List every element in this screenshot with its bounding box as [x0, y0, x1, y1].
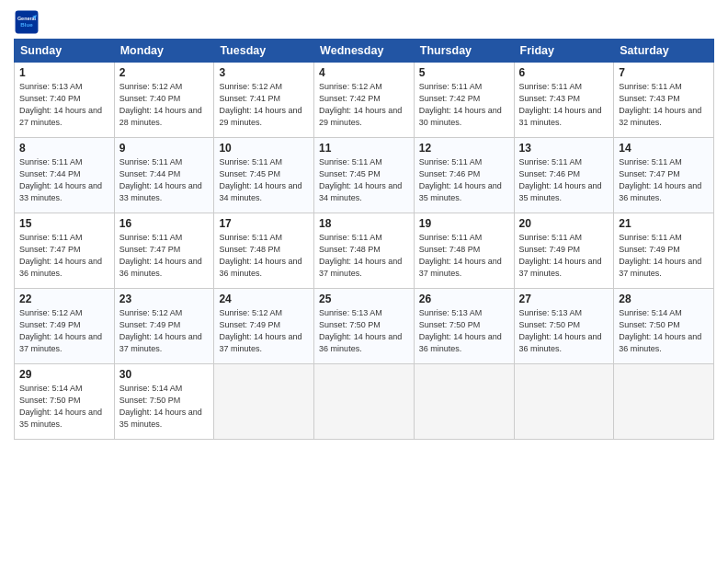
day-info: Sunrise: 5:13 AMSunset: 7:50 PMDaylight:… [519, 308, 602, 353]
day-number: 9 [119, 142, 210, 155]
day-cell: 20 Sunrise: 5:11 AMSunset: 7:49 PMDaylig… [514, 213, 614, 289]
day-number: 25 [319, 293, 409, 305]
day-number: 15 [19, 217, 109, 230]
day-info: Sunrise: 5:11 AMSunset: 7:47 PMDaylight:… [119, 233, 202, 278]
day-info: Sunrise: 5:14 AMSunset: 7:50 PMDaylight:… [619, 308, 701, 353]
day-cell: 11 Sunrise: 5:11 AMSunset: 7:45 PMDaylig… [314, 138, 415, 213]
col-header-tuesday: Tuesday [214, 40, 314, 63]
day-cell: 17 Sunrise: 5:11 AMSunset: 7:48 PMDaylig… [214, 213, 314, 289]
day-number: 23 [119, 293, 210, 305]
day-cell: 10 Sunrise: 5:11 AMSunset: 7:45 PMDaylig… [214, 138, 314, 213]
day-cell [614, 364, 714, 440]
day-cell: 29 Sunrise: 5:14 AMSunset: 7:50 PMDaylig… [15, 364, 115, 440]
day-number: 17 [219, 217, 309, 230]
day-number: 19 [419, 217, 509, 230]
day-number: 28 [619, 293, 709, 305]
day-info: Sunrise: 5:11 AMSunset: 7:45 PMDaylight:… [219, 157, 301, 202]
day-info: Sunrise: 5:12 AMSunset: 7:49 PMDaylight:… [19, 308, 102, 353]
day-cell: 3 Sunrise: 5:12 AMSunset: 7:41 PMDayligh… [214, 63, 314, 138]
day-number: 24 [219, 293, 309, 305]
header-row: SundayMondayTuesdayWednesdayThursdayFrid… [15, 40, 714, 63]
day-cell: 30 Sunrise: 5:14 AMSunset: 7:50 PMDaylig… [114, 364, 214, 440]
day-info: Sunrise: 5:11 AMSunset: 7:48 PMDaylight:… [219, 233, 301, 278]
day-number: 13 [519, 142, 609, 155]
day-cell [214, 364, 314, 440]
calendar: SundayMondayTuesdayWednesdayThursdayFrid… [14, 39, 714, 440]
day-cell: 9 Sunrise: 5:11 AMSunset: 7:44 PMDayligh… [114, 138, 214, 213]
day-info: Sunrise: 5:11 AMSunset: 7:42 PMDaylight:… [419, 82, 502, 127]
day-number: 29 [19, 368, 109, 381]
day-info: Sunrise: 5:11 AMSunset: 7:49 PMDaylight:… [619, 233, 701, 278]
day-info: Sunrise: 5:11 AMSunset: 7:44 PMDaylight:… [119, 157, 202, 202]
day-number: 6 [519, 66, 609, 79]
col-header-friday: Friday [514, 40, 614, 63]
day-info: Sunrise: 5:13 AMSunset: 7:50 PMDaylight:… [319, 308, 402, 353]
day-cell: 24 Sunrise: 5:12 AMSunset: 7:49 PMDaylig… [214, 289, 314, 364]
day-cell: 5 Sunrise: 5:11 AMSunset: 7:42 PMDayligh… [414, 63, 514, 138]
day-cell: 2 Sunrise: 5:12 AMSunset: 7:40 PMDayligh… [114, 63, 214, 138]
day-cell: 14 Sunrise: 5:11 AMSunset: 7:47 PMDaylig… [614, 138, 714, 213]
day-number: 8 [19, 142, 109, 155]
day-number: 22 [19, 293, 109, 305]
day-info: Sunrise: 5:11 AMSunset: 7:45 PMDaylight:… [319, 157, 402, 202]
day-number: 26 [419, 293, 509, 305]
day-info: Sunrise: 5:12 AMSunset: 7:41 PMDaylight:… [219, 82, 301, 127]
day-number: 7 [619, 66, 709, 79]
day-number: 3 [219, 66, 309, 79]
day-number: 1 [19, 66, 109, 79]
day-number: 11 [319, 142, 409, 155]
day-number: 27 [519, 293, 609, 305]
day-number: 18 [319, 217, 409, 230]
day-info: Sunrise: 5:11 AMSunset: 7:46 PMDaylight:… [419, 157, 502, 202]
day-number: 16 [119, 217, 210, 230]
day-cell [314, 364, 415, 440]
day-info: Sunrise: 5:12 AMSunset: 7:49 PMDaylight:… [119, 308, 202, 353]
day-cell: 4 Sunrise: 5:12 AMSunset: 7:42 PMDayligh… [314, 63, 415, 138]
week-row-1: 1 Sunrise: 5:13 AMSunset: 7:40 PMDayligh… [15, 63, 714, 138]
day-cell: 27 Sunrise: 5:13 AMSunset: 7:50 PMDaylig… [514, 289, 614, 364]
day-cell: 7 Sunrise: 5:11 AMSunset: 7:43 PMDayligh… [614, 63, 714, 138]
day-cell: 21 Sunrise: 5:11 AMSunset: 7:49 PMDaylig… [614, 213, 714, 289]
col-header-wednesday: Wednesday [314, 40, 415, 63]
col-header-monday: Monday [114, 40, 214, 63]
day-cell: 25 Sunrise: 5:13 AMSunset: 7:50 PMDaylig… [314, 289, 415, 364]
week-row-2: 8 Sunrise: 5:11 AMSunset: 7:44 PMDayligh… [15, 138, 714, 213]
day-info: Sunrise: 5:11 AMSunset: 7:47 PMDaylight:… [619, 157, 701, 202]
day-number: 5 [419, 66, 509, 79]
day-cell: 18 Sunrise: 5:11 AMSunset: 7:48 PMDaylig… [314, 213, 415, 289]
day-cell: 12 Sunrise: 5:11 AMSunset: 7:46 PMDaylig… [414, 138, 514, 213]
day-info: Sunrise: 5:11 AMSunset: 7:49 PMDaylight:… [519, 233, 602, 278]
day-number: 2 [119, 66, 210, 79]
day-cell [514, 364, 614, 440]
day-info: Sunrise: 5:11 AMSunset: 7:43 PMDaylight:… [519, 82, 602, 127]
page: General Blue SundayMondayTuesdayWednesda… [0, 0, 728, 563]
day-cell: 28 Sunrise: 5:14 AMSunset: 7:50 PMDaylig… [614, 289, 714, 364]
day-info: Sunrise: 5:12 AMSunset: 7:42 PMDaylight:… [319, 82, 402, 127]
day-info: Sunrise: 5:14 AMSunset: 7:50 PMDaylight:… [119, 384, 202, 429]
day-cell: 16 Sunrise: 5:11 AMSunset: 7:47 PMDaylig… [114, 213, 214, 289]
day-number: 10 [219, 142, 309, 155]
day-cell: 26 Sunrise: 5:13 AMSunset: 7:50 PMDaylig… [414, 289, 514, 364]
col-header-thursday: Thursday [414, 40, 514, 63]
day-number: 4 [319, 66, 409, 79]
day-info: Sunrise: 5:12 AMSunset: 7:49 PMDaylight:… [219, 308, 301, 353]
day-cell: 13 Sunrise: 5:11 AMSunset: 7:46 PMDaylig… [514, 138, 614, 213]
day-cell [414, 364, 514, 440]
day-cell: 8 Sunrise: 5:11 AMSunset: 7:44 PMDayligh… [15, 138, 115, 213]
day-info: Sunrise: 5:11 AMSunset: 7:44 PMDaylight:… [19, 157, 102, 202]
day-number: 14 [619, 142, 709, 155]
logo: General Blue [14, 9, 43, 35]
day-info: Sunrise: 5:11 AMSunset: 7:48 PMDaylight:… [419, 233, 502, 278]
day-cell: 6 Sunrise: 5:11 AMSunset: 7:43 PMDayligh… [514, 63, 614, 138]
day-info: Sunrise: 5:11 AMSunset: 7:48 PMDaylight:… [319, 233, 402, 278]
day-cell: 15 Sunrise: 5:11 AMSunset: 7:47 PMDaylig… [15, 213, 115, 289]
col-header-saturday: Saturday [614, 40, 714, 63]
day-info: Sunrise: 5:14 AMSunset: 7:50 PMDaylight:… [19, 384, 102, 429]
col-header-sunday: Sunday [15, 40, 115, 63]
day-number: 20 [519, 217, 609, 230]
logo-icon: General Blue [14, 9, 40, 35]
day-number: 21 [619, 217, 709, 230]
day-cell: 1 Sunrise: 5:13 AMSunset: 7:40 PMDayligh… [15, 63, 115, 138]
week-row-3: 15 Sunrise: 5:11 AMSunset: 7:47 PMDaylig… [15, 213, 714, 289]
header: General Blue [14, 9, 714, 35]
